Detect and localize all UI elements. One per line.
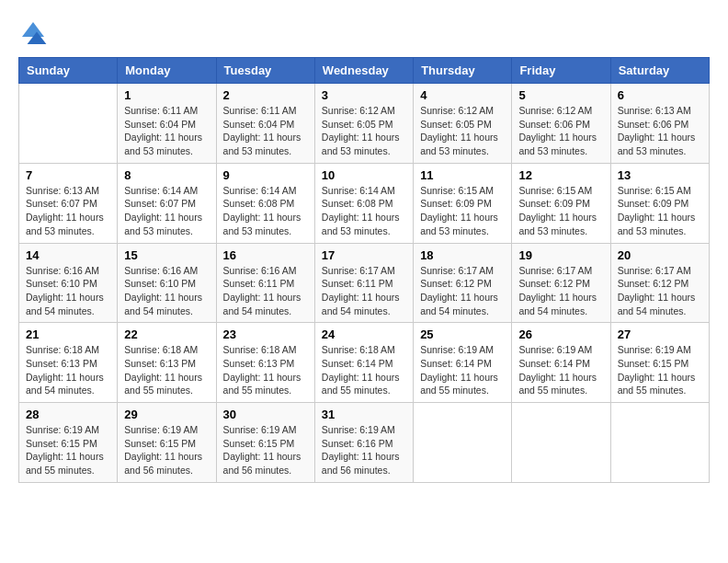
header-day-monday: Monday <box>118 58 216 84</box>
day-number: 24 <box>322 327 406 341</box>
calendar-table: SundayMondayTuesdayWednesdayThursdayFrid… <box>18 57 710 483</box>
header-day-friday: Friday <box>512 58 610 84</box>
day-number: 3 <box>322 88 406 102</box>
day-info: Sunrise: 6:18 AMSunset: 6:13 PMDaylight:… <box>26 343 110 397</box>
calendar-cell: 1Sunrise: 6:11 AMSunset: 6:04 PMDaylight… <box>118 84 216 164</box>
day-number: 8 <box>124 168 209 182</box>
day-number: 13 <box>618 168 702 182</box>
header-day-sunday: Sunday <box>19 58 118 84</box>
day-info: Sunrise: 6:19 AMSunset: 6:15 PMDaylight:… <box>26 423 110 477</box>
calendar-cell: 6Sunrise: 6:13 AMSunset: 6:06 PMDaylight… <box>610 84 709 164</box>
day-info: Sunrise: 6:11 AMSunset: 6:04 PMDaylight:… <box>124 104 209 158</box>
day-number: 17 <box>322 248 406 262</box>
calendar-cell: 21Sunrise: 6:18 AMSunset: 6:13 PMDayligh… <box>19 323 118 403</box>
day-number: 29 <box>124 408 209 421</box>
calendar-cell: 30Sunrise: 6:19 AMSunset: 6:15 PMDayligh… <box>216 403 314 483</box>
day-info: Sunrise: 6:12 AMSunset: 6:05 PMDaylight:… <box>322 104 406 158</box>
day-info: Sunrise: 6:17 AMSunset: 6:11 PMDaylight:… <box>322 264 406 318</box>
calendar-cell: 24Sunrise: 6:18 AMSunset: 6:14 PMDayligh… <box>314 323 413 403</box>
day-info: Sunrise: 6:11 AMSunset: 6:04 PMDaylight:… <box>223 104 308 158</box>
day-number: 22 <box>124 327 209 341</box>
day-info: Sunrise: 6:19 AMSunset: 6:14 PMDaylight:… <box>420 343 505 397</box>
day-info: Sunrise: 6:17 AMSunset: 6:12 PMDaylight:… <box>420 264 505 318</box>
day-number: 11 <box>420 168 505 182</box>
day-info: Sunrise: 6:15 AMSunset: 6:09 PMDaylight:… <box>518 184 603 238</box>
calendar-cell <box>610 403 709 483</box>
header-day-thursday: Thursday <box>414 58 512 84</box>
day-number: 18 <box>420 248 505 262</box>
day-number: 31 <box>322 408 406 421</box>
day-number: 28 <box>26 408 110 421</box>
calendar-cell: 4Sunrise: 6:12 AMSunset: 6:05 PMDaylight… <box>414 84 512 164</box>
calendar-cell: 25Sunrise: 6:19 AMSunset: 6:14 PMDayligh… <box>414 323 512 403</box>
week-row-1: 7Sunrise: 6:13 AMSunset: 6:07 PMDaylight… <box>19 163 710 243</box>
day-info: Sunrise: 6:19 AMSunset: 6:16 PMDaylight:… <box>322 423 406 477</box>
calendar-cell: 9Sunrise: 6:14 AMSunset: 6:08 PMDaylight… <box>216 163 314 243</box>
day-number: 12 <box>518 168 603 182</box>
calendar-cell: 22Sunrise: 6:18 AMSunset: 6:13 PMDayligh… <box>118 323 216 403</box>
day-number: 23 <box>223 327 308 341</box>
day-info: Sunrise: 6:16 AMSunset: 6:11 PMDaylight:… <box>223 264 308 318</box>
day-info: Sunrise: 6:19 AMSunset: 6:15 PMDaylight:… <box>223 423 308 477</box>
day-number: 26 <box>518 327 603 341</box>
calendar-cell: 16Sunrise: 6:16 AMSunset: 6:11 PMDayligh… <box>216 243 314 323</box>
calendar-cell <box>19 84 118 164</box>
day-number: 25 <box>420 327 505 341</box>
day-number: 14 <box>26 248 110 262</box>
calendar-cell: 11Sunrise: 6:15 AMSunset: 6:09 PMDayligh… <box>414 163 512 243</box>
calendar-cell: 23Sunrise: 6:18 AMSunset: 6:13 PMDayligh… <box>216 323 314 403</box>
day-info: Sunrise: 6:17 AMSunset: 6:12 PMDaylight:… <box>618 264 702 318</box>
day-info: Sunrise: 6:14 AMSunset: 6:07 PMDaylight:… <box>124 184 209 238</box>
calendar-cell: 3Sunrise: 6:12 AMSunset: 6:05 PMDaylight… <box>314 84 413 164</box>
calendar-cell: 31Sunrise: 6:19 AMSunset: 6:16 PMDayligh… <box>314 403 413 483</box>
week-row-0: 1Sunrise: 6:11 AMSunset: 6:04 PMDaylight… <box>19 84 710 164</box>
day-info: Sunrise: 6:16 AMSunset: 6:10 PMDaylight:… <box>124 264 209 318</box>
calendar-cell: 2Sunrise: 6:11 AMSunset: 6:04 PMDaylight… <box>216 84 314 164</box>
day-number: 6 <box>618 88 702 102</box>
day-number: 30 <box>223 408 308 421</box>
day-info: Sunrise: 6:12 AMSunset: 6:05 PMDaylight:… <box>420 104 505 158</box>
day-info: Sunrise: 6:19 AMSunset: 6:15 PMDaylight:… <box>124 423 209 477</box>
day-number: 20 <box>618 248 702 262</box>
day-number: 16 <box>223 248 308 262</box>
day-info: Sunrise: 6:14 AMSunset: 6:08 PMDaylight:… <box>322 184 406 238</box>
header-row: SundayMondayTuesdayWednesdayThursdayFrid… <box>19 58 710 84</box>
day-info: Sunrise: 6:13 AMSunset: 6:06 PMDaylight:… <box>618 104 702 158</box>
day-info: Sunrise: 6:18 AMSunset: 6:14 PMDaylight:… <box>322 343 406 397</box>
svg-marker-0 <box>22 22 44 37</box>
week-row-3: 21Sunrise: 6:18 AMSunset: 6:13 PMDayligh… <box>19 323 710 403</box>
calendar-cell <box>414 403 512 483</box>
day-number: 2 <box>223 88 308 102</box>
calendar-header: SundayMondayTuesdayWednesdayThursdayFrid… <box>19 58 710 84</box>
day-number: 7 <box>26 168 110 182</box>
day-info: Sunrise: 6:12 AMSunset: 6:06 PMDaylight:… <box>518 104 603 158</box>
calendar-cell: 18Sunrise: 6:17 AMSunset: 6:12 PMDayligh… <box>414 243 512 323</box>
calendar-cell: 28Sunrise: 6:19 AMSunset: 6:15 PMDayligh… <box>19 403 118 483</box>
day-number: 1 <box>124 88 209 102</box>
day-number: 4 <box>420 88 505 102</box>
calendar-cell: 5Sunrise: 6:12 AMSunset: 6:06 PMDaylight… <box>512 84 610 164</box>
day-number: 9 <box>223 168 308 182</box>
day-number: 27 <box>618 327 702 341</box>
calendar-cell: 20Sunrise: 6:17 AMSunset: 6:12 PMDayligh… <box>610 243 709 323</box>
day-number: 5 <box>518 88 603 102</box>
calendar-cell: 12Sunrise: 6:15 AMSunset: 6:09 PMDayligh… <box>512 163 610 243</box>
header-day-saturday: Saturday <box>610 58 709 84</box>
calendar-cell: 7Sunrise: 6:13 AMSunset: 6:07 PMDaylight… <box>19 163 118 243</box>
calendar-cell: 10Sunrise: 6:14 AMSunset: 6:08 PMDayligh… <box>314 163 413 243</box>
week-row-2: 14Sunrise: 6:16 AMSunset: 6:10 PMDayligh… <box>19 243 710 323</box>
day-info: Sunrise: 6:15 AMSunset: 6:09 PMDaylight:… <box>420 184 505 238</box>
day-number: 19 <box>518 248 603 262</box>
day-number: 15 <box>124 248 209 262</box>
calendar-cell: 29Sunrise: 6:19 AMSunset: 6:15 PMDayligh… <box>118 403 216 483</box>
calendar-cell: 13Sunrise: 6:15 AMSunset: 6:09 PMDayligh… <box>610 163 709 243</box>
day-info: Sunrise: 6:19 AMSunset: 6:15 PMDaylight:… <box>618 343 702 397</box>
day-number: 10 <box>322 168 406 182</box>
day-info: Sunrise: 6:15 AMSunset: 6:09 PMDaylight:… <box>618 184 702 238</box>
day-info: Sunrise: 6:16 AMSunset: 6:10 PMDaylight:… <box>26 264 110 318</box>
logo-icon <box>18 18 48 48</box>
calendar-cell: 17Sunrise: 6:17 AMSunset: 6:11 PMDayligh… <box>314 243 413 323</box>
header <box>18 18 710 48</box>
day-number: 21 <box>26 327 110 341</box>
calendar-cell: 26Sunrise: 6:19 AMSunset: 6:14 PMDayligh… <box>512 323 610 403</box>
